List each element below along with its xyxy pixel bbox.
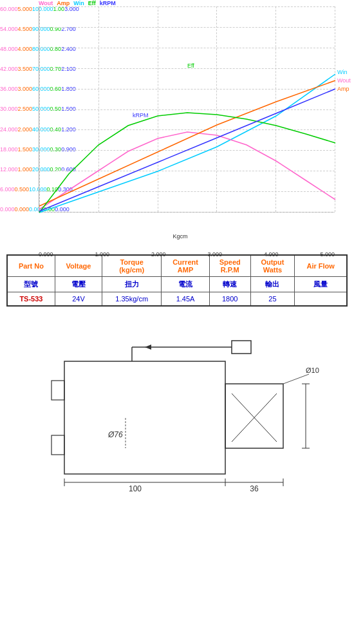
shaft-connector: [232, 341, 251, 354]
td-torque: 1.35kg/cm: [102, 292, 162, 307]
th-cn-airflow: 風量: [295, 277, 347, 292]
table-header-en: Part No Voltage Torque(kg/cm) CurrentAMP…: [7, 255, 347, 277]
shaft-arrow: [145, 345, 151, 350]
x-axis-labels: 0.000 1.000 2.000 3.000 4.000 5.000: [39, 251, 335, 258]
dim100-text: 100: [129, 484, 142, 493]
th-cn-output: 輸出: [250, 277, 295, 292]
x-axis-title: Kgcm: [172, 233, 187, 240]
td-speed: 1800: [209, 292, 250, 307]
chart-plot-area: Win Wout Amp Eff kRPM: [39, 6, 335, 213]
y-axis-labels: 60.0005.000100.0001.003.000 54.0004.5009…: [0, 6, 39, 213]
chart-section: 60.0005.000100.0001.003.000 54.0004.5009…: [0, 0, 354, 245]
left-flange-top: [51, 381, 64, 400]
table-row: TS-533 24V 1.35kg/cm 1.45A 1800 25: [7, 292, 347, 307]
amp-line: [39, 80, 335, 206]
krpm-line: [39, 89, 335, 211]
win-line: [39, 74, 335, 213]
th-cn-speed: 轉速: [209, 277, 250, 292]
th-voltage: Voltage: [55, 255, 102, 277]
eff-label: Eff: [187, 62, 194, 69]
th-cn-torque: 扭力: [102, 277, 162, 292]
th-current: CurrentAMP: [162, 255, 210, 277]
th-output: OutputWatts: [250, 255, 295, 277]
chart-svg: Win Wout Amp Eff kRPM: [39, 6, 335, 212]
th-cn-partno: 型號: [7, 277, 55, 292]
dim10-leader: [283, 374, 309, 384]
wout-label: Wout: [337, 77, 351, 84]
right-box-rect: [225, 384, 283, 448]
th-cn-current: 電流: [162, 277, 210, 292]
dim10-text: Ø10: [306, 366, 319, 374]
krpm-label: kRPM: [133, 112, 149, 118]
wout-line: [39, 132, 335, 209]
th-speed: SpeedR.P.M: [209, 255, 250, 277]
td-partno: TS-533: [7, 292, 55, 307]
main-body-rect: [64, 361, 225, 474]
dim76-text: Ø76: [107, 430, 123, 439]
td-output: 25: [250, 292, 295, 307]
dim36-text: 36: [250, 484, 259, 493]
amp-label-right: Amp: [337, 86, 349, 92]
specs-table: Part No Voltage Torque(kg/cm) CurrentAMP…: [6, 254, 348, 307]
win-label: Win: [337, 69, 348, 75]
th-torque: Torque(kg/cm): [102, 255, 162, 277]
left-flange-bottom: [51, 435, 64, 455]
table-header-cn: 型號 電壓 扭力 電流 轉速 輸出 風量: [7, 277, 347, 292]
td-voltage: 24V: [55, 292, 102, 307]
th-cn-voltage: 電壓: [55, 277, 102, 292]
diagram-section: Ø76 Ø10 100 36: [0, 316, 354, 511]
th-airflow: Air Flow: [295, 255, 347, 277]
chart-col-headers: Wout Amp Win Eff kRPM: [39, 0, 335, 6]
th-partno: Part No: [7, 255, 55, 277]
td-current: 1.45A: [162, 292, 210, 307]
mechanical-diagram: Ø76 Ø10 100 36: [13, 323, 341, 497]
td-airflow: [295, 292, 347, 307]
